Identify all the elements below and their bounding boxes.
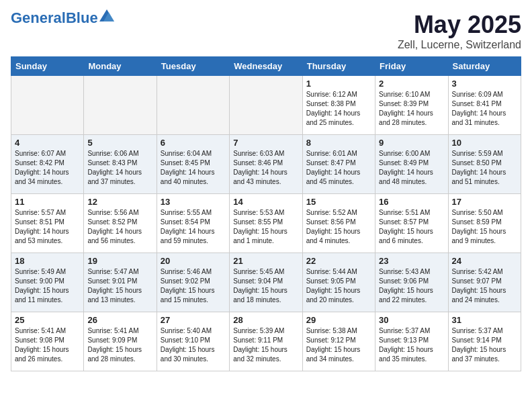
logo-text: GeneralBlue <box>11 11 98 26</box>
day-info: Sunrise: 5:37 AMSunset: 9:14 PMDaylight:… <box>452 326 517 364</box>
day-number: 2 <box>379 79 444 89</box>
day-number: 10 <box>452 138 517 148</box>
day-number: 19 <box>87 256 152 266</box>
calendar-cell: 3Sunrise: 6:09 AMSunset: 8:41 PMDaylight… <box>448 76 521 135</box>
day-number: 30 <box>379 315 444 325</box>
day-number: 4 <box>15 138 80 148</box>
calendar-cell: 9Sunrise: 6:00 AMSunset: 8:49 PMDaylight… <box>375 135 448 194</box>
calendar-cell: 20Sunrise: 5:46 AMSunset: 9:02 PMDayligh… <box>157 253 229 312</box>
calendar-cell: 16Sunrise: 5:51 AMSunset: 8:57 PMDayligh… <box>375 194 448 253</box>
calendar-cell: 25Sunrise: 5:41 AMSunset: 9:08 PMDayligh… <box>11 312 84 371</box>
day-number: 1 <box>306 79 371 89</box>
day-number: 24 <box>452 256 517 266</box>
day-number: 29 <box>306 315 371 325</box>
day-number: 5 <box>87 138 152 148</box>
day-info: Sunrise: 5:42 AMSunset: 9:07 PMDaylight:… <box>452 267 517 305</box>
header-day-saturday: Saturday <box>448 57 521 76</box>
header-day-tuesday: Tuesday <box>157 57 229 76</box>
calendar-cell: 10Sunrise: 5:59 AMSunset: 8:50 PMDayligh… <box>448 135 521 194</box>
calendar-cell: 30Sunrise: 5:37 AMSunset: 9:13 PMDayligh… <box>375 312 448 371</box>
calendar-cell: 19Sunrise: 5:47 AMSunset: 9:01 PMDayligh… <box>84 253 157 312</box>
week-row-4: 18Sunrise: 5:49 AMSunset: 9:00 PMDayligh… <box>11 253 521 312</box>
day-info: Sunrise: 6:10 AMSunset: 8:39 PMDaylight:… <box>379 90 444 128</box>
day-number: 21 <box>233 256 298 266</box>
day-number: 15 <box>306 197 371 207</box>
calendar-cell <box>11 76 84 135</box>
day-number: 20 <box>161 256 226 266</box>
day-number: 11 <box>15 197 80 207</box>
day-number: 18 <box>15 256 80 266</box>
calendar-cell: 2Sunrise: 6:10 AMSunset: 8:39 PMDaylight… <box>375 76 448 135</box>
week-row-1: 1Sunrise: 6:12 AMSunset: 8:38 PMDaylight… <box>11 76 521 135</box>
calendar-cell: 7Sunrise: 6:03 AMSunset: 8:46 PMDaylight… <box>230 135 302 194</box>
day-info: Sunrise: 5:49 AMSunset: 9:00 PMDaylight:… <box>15 267 80 305</box>
page-header: GeneralBlue May 2025 Zell, Lucerne, Swit… <box>11 11 521 51</box>
day-info: Sunrise: 5:38 AMSunset: 9:12 PMDaylight:… <box>306 326 371 364</box>
day-info: Sunrise: 5:46 AMSunset: 9:02 PMDaylight:… <box>161 267 226 305</box>
day-info: Sunrise: 6:09 AMSunset: 8:41 PMDaylight:… <box>452 90 517 128</box>
day-info: Sunrise: 5:43 AMSunset: 9:06 PMDaylight:… <box>379 267 444 305</box>
calendar-cell: 8Sunrise: 6:01 AMSunset: 8:47 PMDaylight… <box>302 135 375 194</box>
day-info: Sunrise: 5:45 AMSunset: 9:04 PMDaylight:… <box>233 267 298 305</box>
day-info: Sunrise: 5:41 AMSunset: 9:09 PMDaylight:… <box>87 326 152 364</box>
header-row: SundayMondayTuesdayWednesdayThursdayFrid… <box>11 57 521 76</box>
calendar-cell: 12Sunrise: 5:56 AMSunset: 8:52 PMDayligh… <box>84 194 157 253</box>
calendar-cell: 28Sunrise: 5:39 AMSunset: 9:11 PMDayligh… <box>230 312 302 371</box>
day-number: 12 <box>87 197 152 207</box>
day-info: Sunrise: 5:37 AMSunset: 9:13 PMDaylight:… <box>379 326 444 364</box>
calendar-cell: 26Sunrise: 5:41 AMSunset: 9:09 PMDayligh… <box>84 312 157 371</box>
day-number: 27 <box>161 315 226 325</box>
day-info: Sunrise: 6:00 AMSunset: 8:49 PMDaylight:… <box>379 149 444 187</box>
calendar-cell: 24Sunrise: 5:42 AMSunset: 9:07 PMDayligh… <box>448 253 521 312</box>
day-info: Sunrise: 5:53 AMSunset: 8:55 PMDaylight:… <box>233 208 298 246</box>
day-info: Sunrise: 5:51 AMSunset: 8:57 PMDaylight:… <box>379 208 444 246</box>
day-number: 16 <box>379 197 444 207</box>
header-day-thursday: Thursday <box>302 57 375 76</box>
calendar-table: SundayMondayTuesdayWednesdayThursdayFrid… <box>11 56 521 371</box>
calendar-cell: 1Sunrise: 6:12 AMSunset: 8:38 PMDaylight… <box>302 76 375 135</box>
header-day-wednesday: Wednesday <box>230 57 302 76</box>
day-info: Sunrise: 5:41 AMSunset: 9:08 PMDaylight:… <box>15 326 80 364</box>
day-info: Sunrise: 5:40 AMSunset: 9:10 PMDaylight:… <box>161 326 226 364</box>
logo-icon <box>99 9 114 21</box>
day-number: 28 <box>233 315 298 325</box>
calendar-cell: 27Sunrise: 5:40 AMSunset: 9:10 PMDayligh… <box>157 312 229 371</box>
day-number: 14 <box>233 197 298 207</box>
calendar-title: May 2025 <box>398 11 521 39</box>
day-info: Sunrise: 6:12 AMSunset: 8:38 PMDaylight:… <box>306 90 371 128</box>
day-info: Sunrise: 6:07 AMSunset: 8:42 PMDaylight:… <box>15 149 80 187</box>
day-info: Sunrise: 5:59 AMSunset: 8:50 PMDaylight:… <box>452 149 517 187</box>
week-row-3: 11Sunrise: 5:57 AMSunset: 8:51 PMDayligh… <box>11 194 521 253</box>
day-number: 6 <box>161 138 226 148</box>
day-info: Sunrise: 5:56 AMSunset: 8:52 PMDaylight:… <box>87 208 152 246</box>
day-info: Sunrise: 5:44 AMSunset: 9:05 PMDaylight:… <box>306 267 371 305</box>
calendar-cell: 4Sunrise: 6:07 AMSunset: 8:42 PMDaylight… <box>11 135 84 194</box>
calendar-cell: 11Sunrise: 5:57 AMSunset: 8:51 PMDayligh… <box>11 194 84 253</box>
day-info: Sunrise: 5:39 AMSunset: 9:11 PMDaylight:… <box>233 326 298 364</box>
header-day-sunday: Sunday <box>11 57 84 76</box>
day-number: 31 <box>452 315 517 325</box>
calendar-cell <box>157 76 229 135</box>
day-number: 23 <box>379 256 444 266</box>
title-section: May 2025 Zell, Lucerne, Switzerland <box>398 11 521 51</box>
calendar-cell: 23Sunrise: 5:43 AMSunset: 9:06 PMDayligh… <box>375 253 448 312</box>
calendar-cell: 22Sunrise: 5:44 AMSunset: 9:05 PMDayligh… <box>302 253 375 312</box>
calendar-cell: 29Sunrise: 5:38 AMSunset: 9:12 PMDayligh… <box>302 312 375 371</box>
day-info: Sunrise: 6:06 AMSunset: 8:43 PMDaylight:… <box>87 149 152 187</box>
day-number: 3 <box>452 79 517 89</box>
day-info: Sunrise: 5:52 AMSunset: 8:56 PMDaylight:… <box>306 208 371 246</box>
calendar-cell: 13Sunrise: 5:55 AMSunset: 8:54 PMDayligh… <box>157 194 229 253</box>
header-day-monday: Monday <box>84 57 157 76</box>
day-number: 26 <box>87 315 152 325</box>
logo: GeneralBlue <box>11 11 114 26</box>
day-number: 8 <box>306 138 371 148</box>
day-info: Sunrise: 6:03 AMSunset: 8:46 PMDaylight:… <box>233 149 298 187</box>
header-day-friday: Friday <box>375 57 448 76</box>
calendar-cell <box>84 76 157 135</box>
day-number: 13 <box>161 197 226 207</box>
week-row-2: 4Sunrise: 6:07 AMSunset: 8:42 PMDaylight… <box>11 135 521 194</box>
day-info: Sunrise: 6:01 AMSunset: 8:47 PMDaylight:… <box>306 149 371 187</box>
day-number: 25 <box>15 315 80 325</box>
calendar-cell: 17Sunrise: 5:50 AMSunset: 8:59 PMDayligh… <box>448 194 521 253</box>
day-info: Sunrise: 5:50 AMSunset: 8:59 PMDaylight:… <box>452 208 517 246</box>
